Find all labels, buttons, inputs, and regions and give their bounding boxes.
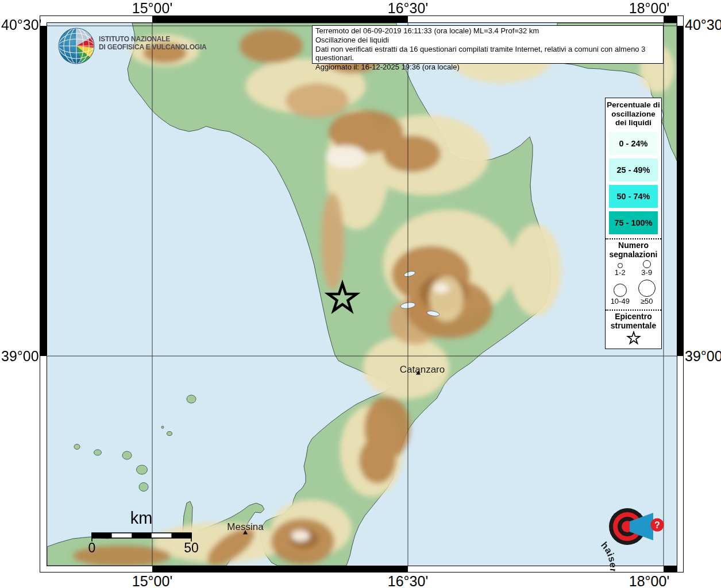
legend-star-icon	[626, 331, 642, 346]
legend-class-2-label: 50 - 74%	[616, 192, 650, 201]
lon-label-top-1: 15°00'	[115, 1, 190, 16]
lon-label-bottom-3: 18°00'	[612, 574, 687, 588]
legend-reports-title: Numero segnalazioni	[606, 241, 661, 259]
legend-class-1-label: 25 - 49%	[616, 165, 650, 175]
frame-band-top-1	[152, 16, 408, 22]
legend-separator-1	[606, 238, 661, 239]
legend-epicenter-title: Epicentro strumentale	[606, 312, 661, 330]
ingv-logo-text: ISTITUTO NAZIONALE DI GEOFISICA E VULCAN…	[99, 35, 207, 51]
legend-class-0: 0 - 24%	[609, 132, 658, 155]
scale-start-label: 0	[80, 540, 103, 556]
report-size-4-label: ≥50	[641, 297, 653, 305]
circle-large-icon	[614, 284, 627, 297]
legend-class-1: 25 - 49%	[609, 158, 658, 181]
info-line-source: Dati non verificati estratti da 16 quest…	[315, 45, 660, 63]
frame-band-bottom-1	[152, 566, 408, 572]
scale-unit-label: km	[118, 509, 164, 528]
report-size-1: 1-2	[607, 260, 633, 277]
report-size-4: ≥50	[634, 280, 660, 305]
circle-xlarge-icon	[638, 280, 656, 297]
circle-medium-icon	[643, 260, 651, 268]
report-size-2-label: 3-9	[641, 268, 652, 277]
ingv-logo-globe	[57, 27, 95, 65]
lat-label-right-1: 40°30'	[685, 17, 720, 32]
info-line-event: Terremoto del 06-09-2019 16:11:33 (ora l…	[315, 26, 660, 36]
frame-band-top-2	[664, 16, 677, 22]
lat-label-left-1: 40°30'	[1, 17, 37, 32]
haisentitoilterremoto-logo: ? haisentitoilterremoto.it www.	[583, 482, 672, 571]
info-line-updated: Aggiornato il: 16-12-2025 19:36 (ora loc…	[315, 63, 660, 72]
scale-end-label: 50	[180, 540, 203, 556]
report-size-2: 3-9	[634, 260, 660, 277]
question-mark: ?	[654, 520, 660, 530]
legend-separator-2	[606, 310, 661, 311]
svg-text:haisentitoilterremoto.it: haisentitoilterremoto.it	[583, 540, 619, 571]
map-page: 15°00' 16°30' 18°00' 15°00' 16°30' 18°00…	[0, 0, 721, 588]
report-size-3-label: 10-49	[611, 297, 630, 305]
info-line-type: Oscillazione dei liquidi	[315, 36, 660, 45]
earthquake-info-box: Terremoto del 06-09-2019 16:11:33 (ora l…	[312, 25, 664, 64]
ingv-text-line2: DI GEOFISICA E VULCANOLOGIA	[99, 43, 207, 51]
ingv-text-line1: ISTITUTO NAZIONALE	[99, 35, 207, 43]
frame-band-right	[677, 26, 684, 356]
lon-label-bottom-1: 15°00'	[115, 574, 190, 588]
report-size-3: 10-49	[607, 280, 633, 305]
site-name-text: haisentitoilterremoto	[583, 540, 619, 571]
legend-class-2: 50 - 74%	[609, 185, 658, 208]
city-label-catanzaro: Catanzaro	[391, 364, 454, 376]
legend-class-3-label: 75 - 100%	[614, 218, 652, 227]
circle-small-icon	[618, 263, 623, 268]
lon-label-bottom-2: 16°30'	[371, 574, 445, 588]
legend-class-0-label: 0 - 24%	[619, 139, 648, 148]
city-label-messina: Messina	[214, 521, 277, 533]
report-size-1-label: 1-2	[615, 268, 626, 277]
legend-report-circles: 1-2 3-9 10-49 ≥50	[606, 259, 661, 305]
lon-label-top-3: 18°00'	[612, 1, 687, 16]
legend-class-3: 75 - 100%	[609, 211, 658, 234]
lon-label-top-2: 16°30'	[371, 1, 445, 16]
lat-label-left-2: 39°00'	[1, 349, 37, 363]
legend-panel: Percentuale di oscillazione dei liquidi …	[605, 98, 662, 349]
frame-band-left	[40, 26, 47, 356]
legend-percent-title: Percentuale di oscillazione dei liquidi	[606, 98, 661, 129]
lat-label-right-2: 39°00'	[685, 349, 720, 363]
